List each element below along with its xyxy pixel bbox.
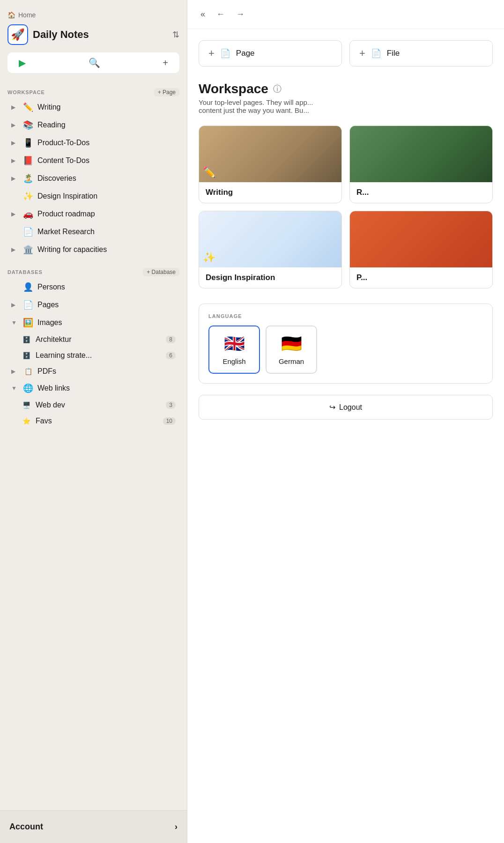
expand-arrow-icon: ▶ bbox=[11, 104, 19, 111]
sidebar-item-content-todos[interactable]: ▶ 📕 Content To-Dos bbox=[4, 152, 183, 170]
favs-badge: 10 bbox=[163, 417, 176, 425]
market-research-emoji: 📄 bbox=[22, 227, 34, 237]
pdfs-emoji: 📋 bbox=[22, 368, 34, 375]
workspace-header: 🚀 Daily Notes ⇅ bbox=[7, 24, 179, 45]
reading-card-image bbox=[350, 126, 492, 182]
sidebar-item-product-roadmap[interactable]: ▶ 🚗 Product roadmap bbox=[4, 205, 183, 223]
english-flag-icon: 🇬🇧 bbox=[224, 334, 245, 354]
toolbar-row: ▶ 🔍 + bbox=[7, 52, 179, 73]
workspace-chevron-icon[interactable]: ⇅ bbox=[172, 30, 179, 40]
product-card-image bbox=[350, 211, 492, 267]
file-card-label: File bbox=[387, 49, 400, 58]
discoveries-emoji: 🏝️ bbox=[22, 173, 34, 184]
main-content: « ← → + 📄 Page + 📄 File Workspace ⓘ bbox=[187, 0, 504, 843]
reading-card-label: R... bbox=[350, 182, 492, 203]
product-card-label: P... bbox=[350, 267, 492, 288]
sidebar-item-favs[interactable]: ⭐ Favs 10 bbox=[4, 413, 183, 429]
product-roadmap-label: Product roadmap bbox=[37, 210, 176, 218]
language-german-card[interactable]: 🇩🇪 German bbox=[266, 325, 317, 374]
databases-section-label: DATABASES + Database bbox=[0, 264, 187, 278]
learning-strate-label: Learning strate... bbox=[36, 351, 162, 360]
expand-arrow-icon: ▶ bbox=[11, 211, 19, 217]
add-page-card[interactable]: + 📄 Page bbox=[199, 40, 342, 67]
writing-label: Writing bbox=[37, 103, 176, 111]
product-todos-label: Product-To-Dos bbox=[37, 139, 176, 147]
search-button[interactable]: 🔍 bbox=[85, 57, 104, 68]
expand-arrow-icon: ▶ bbox=[11, 284, 19, 290]
sidebar-item-writing-capacities[interactable]: ▶ 🏛️ Writing for capacities bbox=[4, 241, 183, 259]
sidebar-item-design-inspiration[interactable]: ▶ ✨ Design Inspiration bbox=[4, 187, 183, 205]
pdfs-label: PDFs bbox=[37, 367, 176, 376]
sidebar-item-reading[interactable]: ▶ 📚 Reading bbox=[4, 116, 183, 134]
sidebar-scroll: WORKSPACE + Page ▶ ✏️ Writing ▶ 📚 Readin… bbox=[0, 84, 187, 810]
images-emoji: 🖼️ bbox=[22, 318, 34, 328]
writing-card-image: ✏️ bbox=[199, 126, 341, 182]
add-button[interactable]: + bbox=[159, 58, 172, 68]
pages-emoji: 📄 bbox=[22, 300, 34, 310]
add-database-button[interactable]: + Database bbox=[143, 268, 179, 276]
content-todos-emoji: 📕 bbox=[22, 155, 34, 166]
favs-emoji: ⭐ bbox=[21, 417, 32, 425]
expand-arrow-icon: ▶ bbox=[11, 140, 19, 146]
reading-label: Reading bbox=[37, 121, 176, 129]
web-dev-label: Web dev bbox=[36, 401, 162, 409]
architektur-badge: 8 bbox=[166, 336, 176, 343]
account-button[interactable]: Account › bbox=[7, 818, 179, 836]
back-icon: ← bbox=[216, 9, 225, 19]
web-links-emoji: 🌐 bbox=[22, 383, 34, 393]
expand-arrow-icon: ▶ bbox=[11, 175, 19, 182]
add-file-card[interactable]: + 📄 File bbox=[349, 40, 493, 67]
sidebar-item-discoveries[interactable]: ▶ 🏝️ Discoveries bbox=[4, 170, 183, 187]
sidebar-item-architektur[interactable]: 🗄️ Architektur 8 bbox=[4, 332, 183, 348]
language-english-card[interactable]: 🇬🇧 English bbox=[208, 325, 260, 374]
sidebar-footer: Account › bbox=[0, 810, 187, 843]
home-link[interactable]: 🏠 Home bbox=[7, 11, 179, 19]
search-icon: 🔍 bbox=[89, 57, 100, 68]
sidebar-item-pages[interactable]: ▶ 📄 Pages bbox=[4, 296, 183, 314]
web-dev-emoji: 🖥️ bbox=[21, 401, 32, 409]
product-todos-emoji: 📱 bbox=[22, 138, 34, 148]
content-card-reading[interactable]: R... bbox=[349, 126, 493, 203]
workspace-title: Daily Notes bbox=[33, 29, 168, 41]
pages-label: Pages bbox=[37, 301, 176, 309]
persons-emoji: 👤 bbox=[22, 282, 34, 292]
language-options: 🇬🇧 English 🇩🇪 German bbox=[208, 325, 483, 374]
images-label: Images bbox=[37, 318, 176, 327]
sidebar-item-market-research[interactable]: ▶ 📄 Market Research bbox=[4, 223, 183, 241]
language-section: LANGUAGE 🇬🇧 English 🇩🇪 German bbox=[199, 303, 493, 384]
workspace-section-label: WORKSPACE + Page bbox=[0, 84, 187, 98]
expand-arrow-icon: ▶ bbox=[11, 122, 19, 128]
main-nav: « ← → bbox=[187, 0, 504, 29]
add-page-button[interactable]: + Page bbox=[154, 88, 179, 96]
sidebar-item-web-dev[interactable]: 🖥️ Web dev 3 bbox=[4, 397, 183, 413]
forward-button[interactable]: → bbox=[234, 9, 246, 19]
architektur-emoji: 🗄️ bbox=[21, 336, 32, 343]
collapse-button[interactable]: « bbox=[199, 9, 207, 19]
content-card-product[interactable]: P... bbox=[349, 211, 493, 288]
expand-arrow-icon: ▶ bbox=[11, 193, 19, 200]
design-card-image: ✨ bbox=[199, 211, 341, 267]
home-label: Home bbox=[18, 11, 36, 19]
workspace-title: Workspace ⓘ bbox=[199, 81, 493, 96]
plus-icon: + bbox=[208, 47, 215, 59]
workspace-emoji: 🚀 bbox=[11, 28, 25, 41]
logout-button[interactable]: ↪ Logout bbox=[199, 395, 493, 420]
send-button[interactable]: ▶ bbox=[15, 57, 30, 68]
home-icon: 🏠 bbox=[7, 11, 15, 19]
market-research-label: Market Research bbox=[37, 228, 176, 236]
sidebar-item-persons[interactable]: ▶ 👤 Persons bbox=[4, 278, 183, 296]
sidebar-item-learning-strate[interactable]: 🗄️ Learning strate... 6 bbox=[4, 348, 183, 363]
content-card-design-inspiration[interactable]: ✨ Design Inspiration bbox=[199, 211, 342, 288]
sidebar-item-product-todos[interactable]: ▶ 📱 Product-To-Dos bbox=[4, 134, 183, 152]
info-icon: ⓘ bbox=[273, 83, 282, 95]
expand-arrow-icon: ▶ bbox=[11, 157, 19, 164]
sidebar: 🏠 Home 🚀 Daily Notes ⇅ ▶ 🔍 + WORKSPACE bbox=[0, 0, 187, 843]
design-inspiration-emoji: ✨ bbox=[22, 191, 34, 201]
sidebar-item-images[interactable]: ▼ 🖼️ Images bbox=[4, 314, 183, 332]
german-flag-icon: 🇩🇪 bbox=[281, 334, 302, 354]
content-card-writing[interactable]: ✏️ Writing bbox=[199, 126, 342, 203]
back-button[interactable]: ← bbox=[215, 9, 227, 19]
sidebar-item-pdfs[interactable]: ▶ 📋 PDFs bbox=[4, 363, 183, 379]
sidebar-item-writing[interactable]: ▶ ✏️ Writing bbox=[4, 98, 183, 116]
sidebar-item-web-links[interactable]: ▼ 🌐 Web links bbox=[4, 379, 183, 397]
